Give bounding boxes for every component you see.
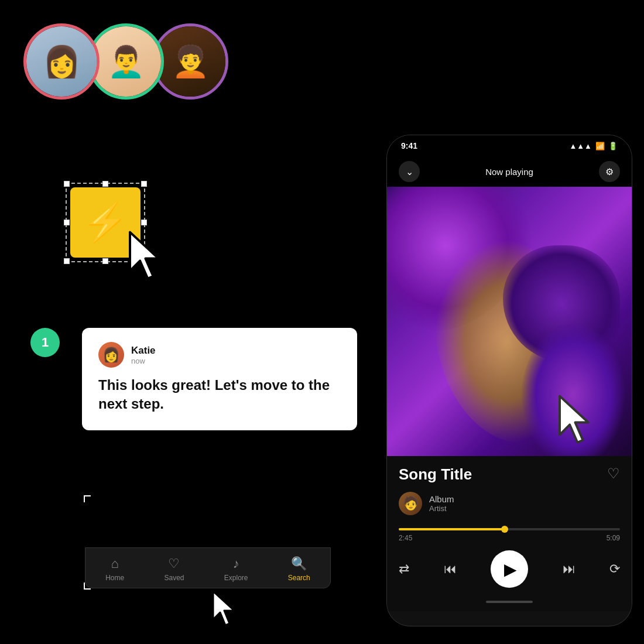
song-title: Song Title — [399, 465, 472, 484]
nav-item-explore[interactable]: ♪ Explore — [224, 556, 248, 582]
artist-meta: Album Artist — [429, 494, 454, 513]
battery-icon: 🔋 — [608, 142, 618, 150]
song-info: Song Title ♡ — [387, 456, 632, 489]
home-icon: ⌂ — [111, 556, 119, 571]
chat-header: 👩 Katie now — [98, 342, 341, 368]
handle-tl[interactable] — [64, 181, 70, 187]
svg-marker-2 — [560, 396, 588, 443]
phone-handle — [387, 597, 632, 611]
status-time: 9:41 — [401, 141, 417, 150]
handle-tr[interactable] — [141, 181, 147, 187]
chat-time: now — [131, 357, 156, 365]
settings-button[interactable]: ⚙ — [599, 161, 620, 182]
play-icon: ▶ — [504, 560, 517, 579]
corner-marker-tl — [84, 495, 91, 502]
nav-label-explore: Explore — [224, 574, 248, 582]
chat-bubble: 👩 Katie now This looks great! Let's move… — [82, 328, 357, 430]
lightning-icon-section: ⚡ — [70, 187, 141, 258]
avatars-section: 👩 👨‍🦱 🧑‍🦱 — [23, 23, 217, 100]
artist-avatar-emoji: 🧑 — [403, 496, 419, 511]
next-button[interactable]: ⏭ — [563, 561, 576, 577]
nav-label-search: Search — [288, 574, 310, 582]
progress-fill — [399, 528, 505, 530]
chat-avatar-emoji: 👩 — [102, 347, 120, 363]
status-bar: 9:41 ▲▲▲ 📶 🔋 — [387, 135, 632, 156]
album-name: Album — [429, 494, 454, 504]
handle-tm[interactable] — [102, 181, 108, 187]
handle-ml[interactable] — [64, 220, 70, 225]
total-time: 5:09 — [607, 534, 620, 542]
notification-count: 1 — [42, 335, 49, 350]
handle-bm[interactable] — [102, 258, 108, 264]
artist-row: 🧑 Album Artist — [387, 489, 632, 522]
chevron-down-icon: ⌄ — [406, 166, 413, 177]
chat-meta: Katie now — [131, 345, 156, 365]
bottom-nav-bar: ⌂ Home ♡ Saved ♪ Explore 🔍 Search — [85, 547, 331, 588]
nav-item-search[interactable]: 🔍 Search — [288, 556, 310, 582]
nav-item-saved[interactable]: ♡ Saved — [164, 556, 184, 582]
nav-label-home: Home — [105, 574, 124, 582]
time-row: 2:45 5:09 — [399, 534, 620, 542]
search-icon: 🔍 — [291, 556, 307, 571]
explore-icon: ♪ — [233, 556, 239, 571]
chat-author-name: Katie — [131, 345, 156, 357]
album-art — [387, 187, 632, 456]
artist-thumbnail: 🧑 — [399, 492, 422, 515]
shuffle-button[interactable]: ⇄ — [399, 561, 409, 577]
current-time: 2:45 — [399, 534, 412, 542]
chat-avatar: 👩 — [98, 342, 124, 368]
player-header: ⌄ Now playing ⚙ — [387, 156, 632, 187]
progress-section: 2:45 5:09 — [387, 522, 632, 544]
handle-bar — [486, 601, 533, 603]
svg-marker-0 — [130, 232, 159, 279]
play-pause-button[interactable]: ▶ — [491, 550, 528, 588]
notification-badge: 1 — [30, 328, 60, 357]
nav-label-saved: Saved — [164, 574, 184, 582]
chat-message-text: This looks great! Let's move to the next… — [98, 376, 341, 414]
wifi-icon: 📶 — [595, 142, 605, 150]
progress-bar[interactable] — [399, 528, 620, 530]
repeat-button[interactable]: ⟳ — [609, 561, 620, 577]
cursor-nav — [211, 589, 243, 632]
gear-icon: ⚙ — [605, 166, 614, 177]
saved-icon: ♡ — [168, 556, 180, 571]
chevron-down-button[interactable]: ⌄ — [399, 161, 420, 182]
signal-icon: ▲▲▲ — [569, 142, 592, 150]
handle-mr[interactable] — [141, 220, 147, 225]
handle-bl[interactable] — [64, 258, 70, 264]
nav-item-home[interactable]: ⌂ Home — [105, 556, 124, 582]
artist-name: Artist — [429, 504, 454, 513]
controls-section: ⇄ ⏮ ▶ ⏭ ⟳ — [387, 544, 632, 597]
status-icons: ▲▲▲ 📶 🔋 — [569, 142, 618, 150]
cursor-lightning — [126, 228, 173, 286]
svg-marker-1 — [213, 591, 234, 625]
heart-button[interactable]: ♡ — [607, 465, 620, 482]
music-player-phone: 9:41 ▲▲▲ 📶 🔋 ⌄ Now playing ⚙ Song Title — [386, 135, 632, 626]
cursor-player — [556, 392, 602, 450]
avatar-1[interactable]: 👩 — [23, 23, 100, 100]
now-playing-title: Now playing — [485, 167, 533, 177]
prev-button[interactable]: ⏮ — [444, 561, 457, 577]
